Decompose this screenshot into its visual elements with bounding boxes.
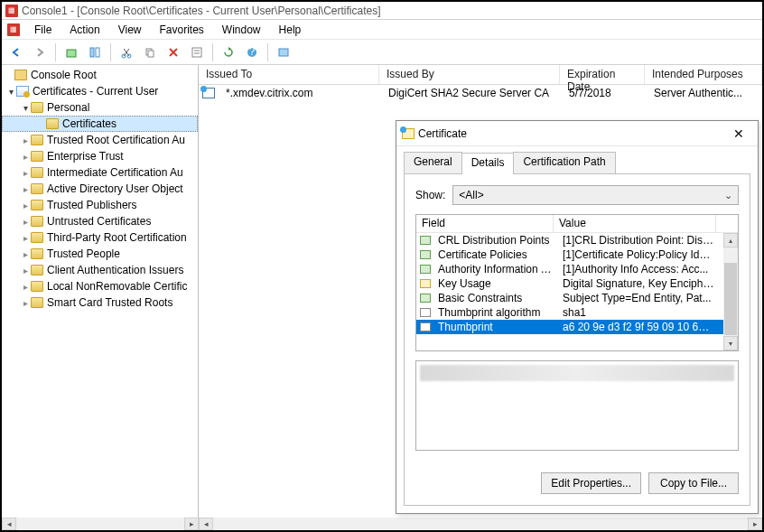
value-header[interactable]: Value bbox=[554, 215, 716, 232]
tree-label: Intermediate Certification Au bbox=[47, 166, 183, 179]
extension-icon bbox=[420, 236, 431, 245]
tree-certificates[interactable]: Certificates bbox=[2, 116, 198, 132]
field-name: Thumbprint algorithm bbox=[433, 306, 557, 319]
field-row[interactable]: CRL Distribution Points[1]CRL Distributi… bbox=[416, 233, 738, 247]
field-list-scrollbar[interactable]: ▴ ▾ bbox=[723, 233, 738, 350]
caret-right-icon[interactable] bbox=[20, 201, 31, 210]
caret-down-icon[interactable] bbox=[20, 103, 31, 113]
menu-window[interactable]: Window bbox=[215, 22, 268, 38]
copy-button[interactable] bbox=[139, 42, 161, 62]
menu-help[interactable]: Help bbox=[272, 22, 309, 38]
tree-label: Local NonRemovable Certific bbox=[47, 280, 187, 293]
tree-item[interactable]: Trusted Root Certification Au bbox=[2, 132, 198, 148]
list-header: Issued To Issued By Expiration Date Inte… bbox=[199, 65, 762, 85]
tree-console-root[interactable]: Console Root bbox=[2, 67, 198, 83]
scroll-left-button[interactable]: ◂ bbox=[2, 518, 16, 530]
field-name: Basic Constraints bbox=[433, 292, 557, 304]
mmc-icon: ▦ bbox=[5, 5, 18, 17]
caret-right-icon[interactable] bbox=[20, 249, 31, 259]
tree-certificates-user[interactable]: Certificates - Current User bbox=[2, 83, 198, 99]
column-expiration[interactable]: Expiration Date bbox=[560, 65, 645, 84]
menu-favorites[interactable]: Favorites bbox=[153, 22, 211, 38]
close-button[interactable]: ✕ bbox=[725, 124, 752, 144]
tab-certification-path[interactable]: Certification Path bbox=[513, 152, 615, 173]
tree-item[interactable]: Trusted Publishers bbox=[2, 197, 198, 213]
scroll-track[interactable] bbox=[16, 518, 184, 530]
field-row[interactable]: Key UsageDigital Signature, Key Encipher… bbox=[416, 276, 738, 291]
tree-label: Certificates bbox=[62, 117, 116, 130]
new-window-button[interactable] bbox=[273, 42, 294, 62]
tree-item[interactable]: Untrusted Certificates bbox=[2, 213, 198, 229]
refresh-button[interactable] bbox=[218, 42, 239, 62]
up-button[interactable] bbox=[61, 42, 82, 62]
delete-button[interactable] bbox=[163, 42, 184, 62]
scroll-thumb[interactable] bbox=[724, 263, 737, 335]
column-issued-to[interactable]: Issued To bbox=[199, 65, 379, 84]
field-value: [1]Authority Info Access: Acc... bbox=[557, 263, 720, 275]
field-row[interactable]: Thumbprint algorithmsha1 bbox=[416, 305, 738, 320]
show-dropdown[interactable]: <All> bbox=[452, 185, 739, 205]
tab-panel-details: Show: <All> Field Value CRL Distribution… bbox=[404, 173, 750, 506]
dialog-tabs: General Details Certification Path bbox=[404, 152, 750, 173]
folder-icon bbox=[31, 248, 43, 259]
column-purposes[interactable]: Intended Purposes bbox=[645, 65, 762, 84]
caret-right-icon[interactable] bbox=[20, 282, 31, 292]
tree-personal[interactable]: Personal bbox=[2, 99, 198, 116]
extension-icon bbox=[420, 294, 431, 303]
field-row[interactable]: Authority Information Access[1]Authority… bbox=[416, 262, 738, 276]
scroll-track[interactable] bbox=[213, 518, 748, 530]
column-issued-by[interactable]: Issued By bbox=[379, 65, 560, 84]
dialog-titlebar: Certificate ✕ bbox=[396, 121, 758, 146]
svg-rect-2 bbox=[96, 48, 99, 57]
tree-item[interactable]: Local NonRemovable Certific bbox=[2, 278, 198, 294]
scroll-down-button[interactable]: ▾ bbox=[723, 336, 738, 350]
show-hide-button[interactable] bbox=[84, 42, 106, 62]
field-name: Certificate Policies bbox=[433, 248, 557, 261]
tree-item[interactable]: Third-Party Root Certification bbox=[2, 229, 198, 246]
scroll-up-button[interactable]: ▴ bbox=[723, 233, 738, 247]
menu-action[interactable]: Action bbox=[62, 22, 107, 38]
scroll-right-button[interactable]: ▸ bbox=[748, 518, 762, 530]
caret-right-icon[interactable] bbox=[20, 217, 31, 227]
caret-right-icon[interactable] bbox=[20, 168, 31, 178]
tree-item[interactable]: Enterprise Trust bbox=[2, 148, 198, 164]
cut-button[interactable] bbox=[116, 42, 137, 62]
tree-item[interactable]: Trusted People bbox=[2, 246, 198, 262]
field-value: Digital Signature, Key Encipher... bbox=[557, 277, 720, 290]
field-row[interactable]: Certificate Policies[1]Certificate Polic… bbox=[416, 247, 738, 262]
help-button[interactable]: ? bbox=[241, 42, 263, 62]
field-row[interactable]: Basic ConstraintsSubject Type=End Entity… bbox=[416, 291, 738, 305]
scroll-right-button[interactable]: ▸ bbox=[184, 518, 199, 530]
extension-icon bbox=[420, 250, 431, 259]
tree-label: Enterprise Trust bbox=[47, 150, 124, 163]
field-header[interactable]: Field bbox=[416, 215, 554, 232]
caret-right-icon[interactable] bbox=[20, 184, 31, 194]
properties-button[interactable] bbox=[186, 42, 208, 62]
edit-properties-button[interactable]: Edit Properties... bbox=[541, 472, 641, 494]
cell-purposes: Server Authentic... bbox=[647, 87, 762, 99]
caret-right-icon[interactable] bbox=[20, 135, 31, 145]
caret-right-icon[interactable] bbox=[20, 266, 31, 275]
field-name: CRL Distribution Points bbox=[433, 234, 557, 247]
tree-item[interactable]: Intermediate Certification Au bbox=[2, 164, 198, 181]
back-button[interactable] bbox=[5, 42, 27, 62]
copy-to-file-button[interactable]: Copy to File... bbox=[648, 472, 739, 494]
field-row[interactable]: Thumbprinta6 20 9e d3 f2 9f 59 09 10 6e … bbox=[416, 320, 738, 334]
tree-label: Console Root bbox=[31, 69, 97, 81]
tree-item[interactable]: Client Authentication Issuers bbox=[2, 262, 198, 278]
tree-item[interactable]: Smart Card Trusted Roots bbox=[2, 294, 198, 311]
folder-icon bbox=[14, 70, 27, 80]
tree-item[interactable]: Active Directory User Object bbox=[2, 181, 198, 197]
menu-file[interactable]: File bbox=[27, 22, 59, 38]
menu-view[interactable]: View bbox=[111, 22, 149, 38]
forward-button[interactable] bbox=[29, 42, 51, 62]
tab-details[interactable]: Details bbox=[461, 153, 515, 174]
certificate-row[interactable]: *.xmdev.citrix.comDigiCert SHA2 Secure S… bbox=[199, 85, 762, 101]
caret-down-icon[interactable] bbox=[5, 87, 16, 97]
tab-general[interactable]: General bbox=[404, 152, 462, 173]
caret-right-icon[interactable] bbox=[20, 152, 31, 162]
caret-right-icon[interactable] bbox=[20, 298, 31, 308]
detail-value-box[interactable] bbox=[415, 360, 739, 451]
caret-right-icon[interactable] bbox=[20, 233, 31, 243]
scroll-left-button[interactable]: ◂ bbox=[199, 518, 213, 530]
